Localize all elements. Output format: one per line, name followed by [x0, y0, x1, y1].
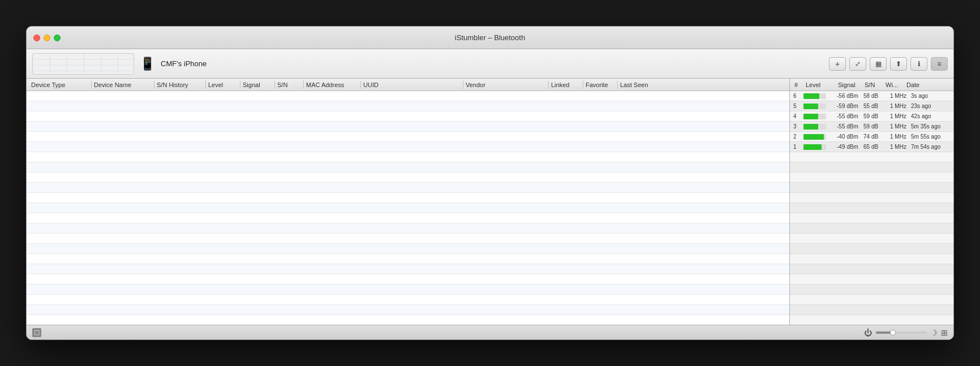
col-header-sn[interactable]: S/N — [275, 81, 303, 88]
grid-status-icon[interactable]: ⊞ — [941, 328, 948, 337]
minimize-button[interactable] — [44, 35, 50, 41]
right-panel-empty-row — [790, 305, 953, 315]
table-row[interactable] — [27, 162, 789, 173]
col-header-linked[interactable]: Linked — [549, 81, 583, 88]
maximize-button[interactable] — [54, 35, 61, 41]
table-row[interactable] — [27, 274, 789, 285]
power-icon[interactable]: ⏻ — [863, 328, 872, 337]
rcell-level-text: -59 dBm — [836, 103, 861, 109]
rcell-date: 42s ago — [910, 113, 947, 119]
col-header-uuid[interactable]: UUID — [361, 81, 463, 88]
rcell-sn: 1 MHz — [889, 103, 909, 109]
col-header-favorite[interactable]: Favorite — [583, 81, 617, 88]
table-row[interactable] — [27, 315, 789, 325]
table-row[interactable] — [27, 223, 789, 234]
rcell-level-bar — [803, 114, 835, 119]
table-row[interactable] — [27, 142, 789, 152]
traffic-lights — [33, 35, 61, 41]
rcell-level-text: -56 dBm — [836, 93, 861, 99]
right-panel: # Level Signal S/N Wi... Date 6 -56 dBm … — [789, 79, 953, 325]
main-window: iStumbler – Bluetooth 📱 CMF's iPhone + ⤢ — [26, 26, 954, 340]
right-panel-empty-row — [790, 274, 953, 285]
rcell-signal: 55 dB — [862, 103, 888, 109]
right-panel-empty-row — [790, 285, 953, 295]
table-row[interactable] — [27, 234, 789, 244]
right-panel-empty-row — [790, 264, 953, 274]
rcell-sn: 1 MHz — [889, 134, 909, 140]
table-row[interactable] — [27, 193, 789, 203]
table-row[interactable] — [27, 295, 789, 305]
table-row[interactable] — [27, 203, 789, 213]
col-header-signal[interactable]: Signal — [240, 81, 274, 88]
rcol-header-sn: S/N — [862, 81, 882, 88]
volume-slider[interactable] — [876, 331, 927, 334]
right-panel-empty-row — [790, 234, 953, 244]
right-panel-row[interactable]: 2 -40 dBm 74 dB 1 MHz 5m 55s ago — [790, 132, 953, 142]
table-row[interactable] — [27, 173, 789, 183]
rcell-sn: 1 MHz — [889, 113, 909, 119]
rcell-num: 6 — [792, 93, 802, 99]
table-row[interactable] — [27, 254, 789, 264]
rcell-date: 7m 54s ago — [910, 144, 947, 150]
right-panel-empty-row — [790, 183, 953, 193]
rcell-level-bar — [803, 93, 835, 99]
list-button[interactable]: ≡ — [931, 57, 948, 71]
col-header-sn-history[interactable]: S/N History — [154, 81, 205, 88]
col-header-level[interactable]: Level — [206, 81, 240, 88]
col-header-vendor[interactable]: Vendor — [463, 81, 548, 88]
table-row[interactable] — [27, 101, 789, 111]
sidebar-icon: ▢ — [34, 329, 40, 336]
table-body — [27, 91, 789, 325]
table-row[interactable] — [27, 132, 789, 142]
table-row[interactable] — [27, 305, 789, 315]
col-header-mac[interactable]: MAC Address — [304, 81, 360, 88]
close-button[interactable] — [33, 35, 40, 41]
rcell-date: 23s ago — [910, 103, 947, 109]
rcell-num: 4 — [792, 113, 802, 119]
rcell-sn: 1 MHz — [889, 93, 909, 99]
col-header-last-seen[interactable]: Last Seen — [618, 81, 686, 88]
right-panel-empty-row — [790, 173, 953, 183]
rcell-signal: 58 dB — [862, 93, 888, 99]
col-header-device-name[interactable]: Device Name — [92, 81, 154, 88]
table-row[interactable] — [27, 213, 789, 223]
table-row[interactable] — [27, 152, 789, 162]
rcell-date: 5m 35s ago — [910, 123, 947, 130]
right-panel-empty-row — [790, 203, 953, 213]
device-title: CMF's iPhone — [161, 59, 207, 68]
table-row[interactable] — [27, 264, 789, 274]
info-button[interactable]: ℹ — [910, 57, 927, 71]
table-row[interactable] — [27, 285, 789, 295]
right-panel-row[interactable]: 3 -55 dBm 59 dB 1 MHz 5m 35s ago — [790, 122, 953, 132]
rcell-level-text: -40 dBm — [836, 134, 861, 140]
rcell-num: 3 — [792, 123, 802, 130]
right-panel-row[interactable]: 4 -55 dBm 59 dB 1 MHz 42s ago — [790, 111, 953, 122]
right-panel-row[interactable]: 5 -59 dBm 55 dB 1 MHz 23s ago — [790, 101, 953, 111]
right-panel-empty-row — [790, 223, 953, 234]
rcell-level-text: -49 dBm — [836, 144, 861, 150]
col-header-device-type[interactable]: Device Type — [29, 81, 91, 88]
share-button[interactable]: ⬆ — [890, 57, 907, 71]
right-panel-empty-row — [790, 193, 953, 203]
add-button[interactable]: + — [829, 57, 846, 71]
status-bar: ▢ ⏻ ☽ ⊞ — [27, 325, 953, 339]
window-title: iStumbler – Bluetooth — [455, 33, 525, 42]
rcell-level-text: -55 dBm — [836, 113, 861, 119]
right-panel-empty-row — [790, 162, 953, 173]
moon-icon[interactable]: ☽ — [930, 328, 938, 337]
right-panel-row[interactable]: 6 -56 dBm 58 dB 1 MHz 3s ago — [790, 91, 953, 101]
sidebar-toggle-icon[interactable]: ▢ — [32, 328, 41, 337]
table-row[interactable] — [27, 91, 789, 101]
grid-view-button[interactable]: ▦ — [870, 57, 887, 71]
table-row[interactable] — [27, 244, 789, 254]
shrink-icon: ⤢ — [855, 60, 861, 68]
right-panel-empty-row — [790, 295, 953, 305]
shrink-button[interactable]: ⤢ — [849, 57, 866, 71]
rcol-header-level: Level — [803, 81, 835, 88]
right-panel-row[interactable]: 1 -49 dBm 65 dB 1 MHz 7m 54s ago — [790, 142, 953, 152]
table-row[interactable] — [27, 183, 789, 193]
main-table-area: Device Type Device Name S/N History Leve… — [27, 79, 789, 325]
rcol-header-date: Date — [904, 81, 941, 88]
table-row[interactable] — [27, 122, 789, 132]
table-row[interactable] — [27, 111, 789, 122]
